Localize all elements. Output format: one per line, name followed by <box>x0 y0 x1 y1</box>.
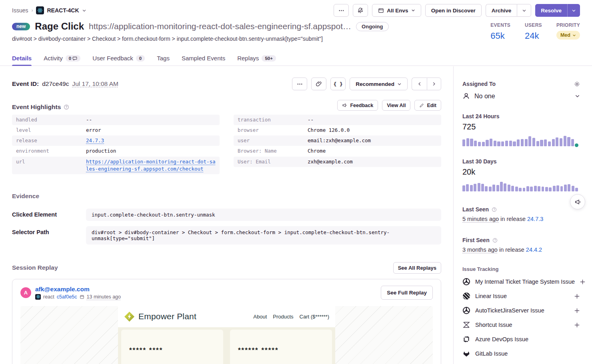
top-bar: Issues › REACT-4CK All Envs <box>0 0 592 21</box>
bar <box>567 137 570 146</box>
replay-id-link[interactable]: c5af0e5c <box>57 294 77 300</box>
highlight-value-link[interactable]: 24.7.3 <box>86 137 104 144</box>
bar <box>564 136 566 146</box>
bar <box>572 186 574 191</box>
first-seen-release-link[interactable]: 24.4.2 <box>526 247 542 253</box>
floating-feedback-button[interactable] <box>570 194 585 209</box>
bar <box>560 186 563 191</box>
event-highlights-title: Event Highlights <box>12 103 69 111</box>
issue-tracking-item[interactable]: Shortcut Issue <box>462 318 580 332</box>
archive-dropdown-button[interactable] <box>517 4 531 17</box>
see-all-replays-button[interactable]: See All Replays <box>393 262 441 274</box>
bar <box>515 187 518 191</box>
chevron-down-icon <box>522 8 526 13</box>
tab-activity[interactable]: Activity0 <box>44 52 80 66</box>
chevron-down-icon <box>397 82 402 86</box>
chevron-down-icon <box>572 34 576 37</box>
resolve-dropdown-button[interactable] <box>567 4 580 17</box>
assigned-to-title: Assigned To <box>462 81 496 87</box>
attachments-button[interactable] <box>311 78 326 90</box>
first-seen-title: First Seen <box>462 237 580 243</box>
tab-user-feedback[interactable]: User Feedback0 <box>92 52 145 66</box>
archive-button[interactable]: Archive <box>486 4 517 17</box>
chevron-left-icon <box>417 82 422 86</box>
replay-time-ago: 13 minutes ago <box>87 294 121 300</box>
tab-replays[interactable]: Replays50+ <box>237 52 276 66</box>
tab-details[interactable]: Details <box>12 52 32 66</box>
priority-selector[interactable]: Med <box>556 31 580 40</box>
project-name: REACT-4CK <box>47 7 79 14</box>
main-content: Event ID: d27ce49c Jul 17, 10:08 AM { } … <box>0 66 454 364</box>
mute-notifications-button[interactable] <box>353 4 368 17</box>
breadcrumb-project[interactable]: REACT-4CK <box>36 6 86 14</box>
users-count-link[interactable]: 24k <box>525 31 542 41</box>
issue-tracking-item[interactable]: My Internal Ticket Triage System Issue <box>462 274 580 289</box>
highlight-row: handled-- <box>12 115 220 125</box>
replay-user-email-link[interactable]: afk@example.com <box>35 286 121 293</box>
event-more-button[interactable] <box>292 78 307 90</box>
highlight-value: error <box>86 127 101 134</box>
stat-users: USERS 24k <box>525 22 542 41</box>
previous-event-button[interactable] <box>412 78 427 90</box>
product-title-masked: ***** **** <box>129 346 215 354</box>
feedback-button[interactable]: Feedback <box>337 100 378 111</box>
replay-preview[interactable]: Empower Plant AboutProductsCart ($******… <box>20 306 433 364</box>
add-issue-button[interactable] <box>574 322 580 328</box>
bar <box>474 141 477 146</box>
bar <box>536 141 539 146</box>
highlight-value: production <box>86 147 116 155</box>
tab-sampled-events[interactable]: Sampled Events <box>182 52 225 66</box>
paperclip-icon <box>316 81 322 87</box>
next-event-button[interactable] <box>427 78 441 90</box>
new-badge: new <box>12 23 30 30</box>
issue-tracking-item[interactable]: Azure DevOps Issue <box>462 332 580 346</box>
preview-nav-item: About <box>253 314 267 320</box>
react-logo-icon <box>36 6 44 14</box>
edit-highlights-button[interactable]: Edit <box>414 100 441 111</box>
issue-tracking-item[interactable]: Jira Issue <box>462 361 580 364</box>
more-actions-button[interactable] <box>334 4 349 17</box>
highlight-value-link[interactable]: https://application-monitoring-react-dot… <box>86 158 216 173</box>
event-sort-dropdown[interactable]: Recommended <box>350 78 408 90</box>
bar <box>482 142 485 146</box>
add-issue-button[interactable] <box>580 279 586 285</box>
tab-badge: 50+ <box>262 55 276 62</box>
replay-meta: react c5af0e5c 13 minutes ago <box>35 294 121 300</box>
archive-split-button: Archive <box>486 4 532 17</box>
product-title-masked: ****** ***** <box>238 346 324 354</box>
breadcrumb: Issues › REACT-4CK <box>12 6 86 14</box>
assignee-selector[interactable]: No one <box>462 92 580 100</box>
help-icon <box>64 104 69 110</box>
events-count-link[interactable]: 65k <box>490 31 510 41</box>
last-seen-release-link[interactable]: 24.7.3 <box>527 216 543 222</box>
tab-tags[interactable]: Tags <box>157 52 170 66</box>
resolve-button[interactable]: Resolve <box>535 4 567 17</box>
issue-tracking-item[interactable]: AutoTicketJiraServer Issue <box>462 303 580 318</box>
gear-icon[interactable] <box>574 81 580 87</box>
preview-nav-item: Cart ($******) <box>300 314 329 320</box>
issue-tracking-item[interactable]: Linear Issue <box>462 289 580 303</box>
issue-title: Rage Click <box>35 21 84 32</box>
environment-selector[interactable]: All Envs <box>372 4 421 17</box>
json-button[interactable]: { } <box>330 78 346 90</box>
highlight-row: levelerror <box>12 125 220 135</box>
megaphone-icon <box>574 199 581 205</box>
issue-tracking-item[interactable]: GitLab Issue <box>462 346 580 361</box>
last-seen-title: Last Seen <box>462 206 580 213</box>
open-in-discover-button[interactable]: Open in Discover <box>425 4 482 17</box>
issue-subtitle-url: https://application-monitoring-react-dot… <box>89 22 351 31</box>
last-30d-chart <box>462 181 578 191</box>
bar <box>466 138 469 146</box>
highlight-row: useremail:zxh@example.com <box>234 135 441 146</box>
shortcut-icon <box>462 321 470 329</box>
see-full-replay-button[interactable]: See Full Replay <box>381 286 433 300</box>
bar <box>504 183 506 191</box>
bar <box>494 141 496 146</box>
gitlab-icon <box>462 350 470 358</box>
view-all-button[interactable]: View All <box>382 100 410 111</box>
add-issue-button[interactable] <box>574 308 580 314</box>
bar <box>532 138 535 146</box>
add-issue-button[interactable] <box>574 293 580 299</box>
breadcrumb-issues[interactable]: Issues <box>12 7 28 14</box>
last-24h-count: 725 <box>462 122 580 131</box>
